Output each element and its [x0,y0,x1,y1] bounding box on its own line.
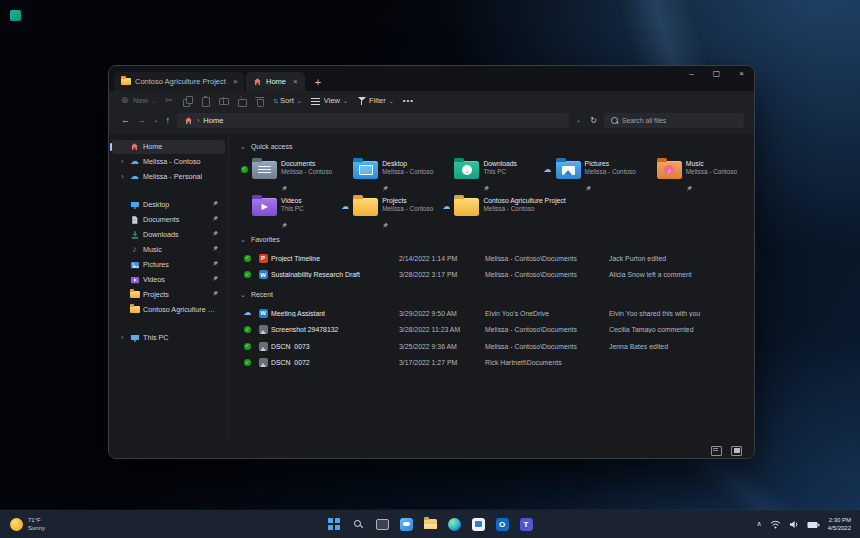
image-file-icon [259,358,268,367]
rename-icon[interactable] [219,96,228,105]
cut-icon[interactable]: ✂ [165,96,174,105]
pin-icon [212,245,219,254]
folder-icon [121,78,131,85]
copy-icon[interactable] [183,96,192,105]
sidebar-item-documents[interactable]: Documents [112,213,225,227]
folder-icon [353,198,378,216]
up-button[interactable]: ↑ [165,116,170,125]
onedrive-cloud-icon: ☁ [129,172,140,181]
section-recent[interactable]: ⌄ Recent [240,289,746,300]
start-icon[interactable] [327,517,342,532]
new-tab-button[interactable]: + [315,76,321,88]
recent-row[interactable]: ✓ DSCN_0073 3/25/2022 9:36 AM Melissa - … [240,338,746,355]
view-button[interactable]: View ⌄ [311,96,348,105]
recent-row[interactable]: ☁ W Meeting Assistant 3/29/2022 9:50 AM … [240,305,746,322]
sort-button[interactable]: ↑↓ Sort ⌄ [273,96,302,105]
favorites-row[interactable]: ✓ W Sustainability Research Draft 3/28/2… [240,267,746,284]
synced-status-icon: ✓ [244,359,251,366]
chevron-down-icon: ⌄ [240,291,246,299]
pin-icon [382,177,433,184]
tab-close-icon[interactable]: × [293,77,298,86]
search-input[interactable] [622,117,737,124]
battery-icon[interactable] [807,515,820,533]
close-button[interactable]: × [739,70,744,78]
recent-row[interactable]: ✓ DSCN_0072 3/17/2022 1:27 PM Rick Hartn… [240,355,746,372]
chevron-up-icon[interactable]: ∧ [757,520,762,528]
taskbar-clock[interactable]: 2:30 PM 4/5/2022 [828,516,851,532]
forward-button[interactable]: → [137,116,146,125]
tab-close-icon[interactable]: × [233,77,238,86]
filter-button[interactable]: Filter ⌄ [357,96,394,105]
sidebar-item-home[interactable]: Home [112,140,225,154]
weather-widget[interactable]: 71°F Sunny [10,516,45,532]
sidebar-item-videos[interactable]: Videos [112,273,225,287]
document-icon [129,215,140,225]
pin-icon [212,290,219,299]
new-button[interactable]: ⊕ New ⌄ [121,96,156,105]
file-explorer-icon[interactable] [423,517,438,532]
minimize-button[interactable]: – [689,70,693,78]
details-view-toggle-icon[interactable] [711,446,722,456]
quick-access-tile[interactable]: ☁ Contoso Agriculture Project Melissa - … [442,194,644,225]
favorites-row[interactable]: ✓ P Project Timeline 2/14/2022 1:14 PM M… [240,250,746,267]
quick-access-tile[interactable]: ♪ Music Melissa - Contoso [645,157,746,188]
more-button[interactable]: ••• [403,96,414,105]
store-icon[interactable] [471,517,486,532]
sidebar-item-pictures[interactable]: Pictures [112,258,225,272]
folder-icon [454,198,479,216]
sidebar-item-projects[interactable]: Projects [112,288,225,302]
desktop-shortcut-icon[interactable] [10,10,21,21]
quick-access-tile[interactable]: ☁ Projects Melissa - Contoso [341,194,442,225]
search-box[interactable] [604,113,744,128]
desktop: Contoso Agriculture Project × Home × + –… [0,0,860,538]
task-view-icon[interactable] [375,517,390,532]
chevron-right-icon[interactable]: › [119,173,126,180]
chevron-right-icon[interactable]: › [119,158,126,165]
search-icon[interactable] [351,517,366,532]
chat-icon[interactable] [399,517,414,532]
this-pc-icon [129,333,140,343]
folder-icon [129,291,140,298]
pin-icon [483,177,517,184]
weather-temp: 71°F [28,516,45,524]
quick-access-tile[interactable]: ✓ Documents Melissa - Contoso [240,157,341,188]
sidebar-item-melissa-contoso[interactable]: › ☁ Melissa - Contoso [112,155,225,169]
chevron-right-icon[interactable]: › [119,334,126,341]
sidebar-item-desktop[interactable]: Desktop [112,198,225,212]
downloads-folder-icon: ↓ [454,161,479,179]
quick-access-tile[interactable]: ↓ Downloads This PC [442,157,543,188]
back-button[interactable]: ← [121,116,130,125]
volume-icon[interactable] [789,515,799,533]
quick-access-tile[interactable]: ▶ Videos This PC [240,194,341,225]
recent-row[interactable]: ✓ Screenshot 29478132 3/28/2022 11:23 AM… [240,322,746,339]
tab-home[interactable]: Home × [246,72,305,91]
breadcrumb[interactable]: › Home [177,113,569,128]
section-favorites[interactable]: ⌄ Favorites [240,234,746,245]
quick-access-tile[interactable]: ☁ Pictures Melissa - Contoso [544,157,645,188]
system-tray: ∧ 2:30 PM 4/5/2022 [757,515,851,533]
sidebar-item-downloads[interactable]: Downloads [112,228,225,242]
recent-locations-icon[interactable]: ⌄ [153,117,158,124]
outlook-icon[interactable]: O [495,517,510,532]
sidebar-item-this-pc[interactable]: › This PC [112,331,225,345]
quick-access-tile[interactable]: Desktop Melissa - Contoso [341,157,442,188]
file-explorer-window: Contoso Agriculture Project × Home × + –… [108,65,755,459]
desktop-icon [129,200,140,210]
delete-icon[interactable] [255,96,264,105]
maximize-button[interactable]: ▢ [713,70,721,78]
wifi-icon[interactable] [770,515,781,533]
sidebar-item-melissa-personal[interactable]: › ☁ Melissa - Personal [112,170,225,184]
large-icons-view-toggle-icon[interactable] [731,446,742,456]
refresh-icon[interactable]: ↻ [590,116,597,125]
paste-icon[interactable] [201,96,210,105]
tab-contoso-agriculture-project[interactable]: Contoso Agriculture Project × [114,72,244,91]
address-dropdown-icon[interactable]: ⌄ [576,117,581,124]
section-quick-access[interactable]: ⌄ Quick access [240,141,746,152]
breadcrumb-segment[interactable]: Home [203,116,223,125]
clock-date: 4/5/2022 [828,524,851,532]
edge-icon[interactable] [447,517,462,532]
teams-icon[interactable]: T [519,517,534,532]
sidebar-item-music[interactable]: ♪ Music [112,243,225,257]
share-icon[interactable] [237,96,246,105]
sidebar-item-contoso-agriculture-project[interactable]: Contoso Agriculture Project [112,303,225,317]
